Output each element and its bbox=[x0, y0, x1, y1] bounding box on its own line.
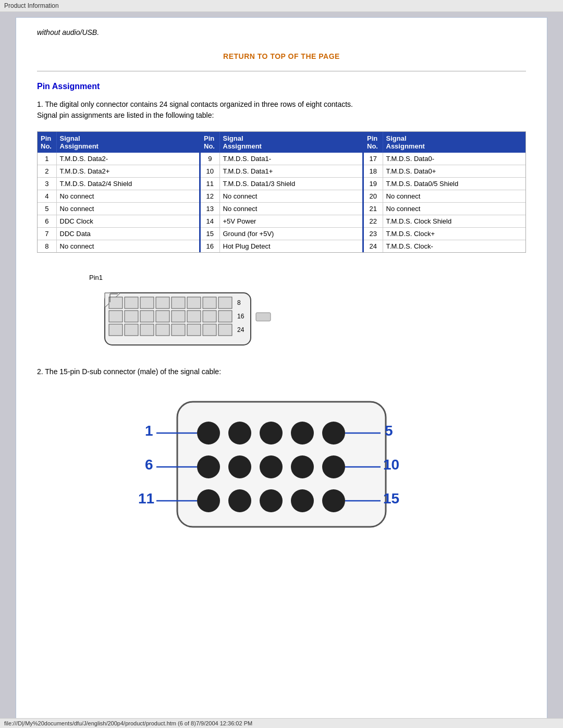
pin-number: 9 bbox=[201, 153, 219, 165]
col1-pin-header: PinNo. bbox=[38, 132, 56, 153]
table-row: 3T.M.D.S. Data2/4 Shield bbox=[38, 178, 199, 190]
svg-point-44 bbox=[228, 489, 251, 512]
svg-rect-9 bbox=[218, 297, 232, 309]
signal-assignment: T.M.D.S. Data1+ bbox=[219, 165, 362, 178]
signal-assignment: T.M.D.S. Data0+ bbox=[383, 165, 525, 178]
svg-point-39 bbox=[228, 455, 251, 478]
svg-rect-14 bbox=[172, 311, 185, 322]
pin-number: 13 bbox=[201, 203, 219, 215]
pin1-label: Pin1 bbox=[89, 274, 526, 281]
signal-assignment: No connect bbox=[56, 203, 199, 215]
svg-text:6: 6 bbox=[145, 456, 153, 473]
svg-text:1: 1 bbox=[145, 423, 153, 439]
intro-text: without audio/USB. bbox=[37, 28, 526, 36]
signal-assignment: No connect bbox=[56, 190, 199, 203]
pin-number: 15 bbox=[201, 228, 219, 240]
pin-table-section-3: PinNo. SignalAssignment 17T.M.D.S. Data0… bbox=[364, 132, 525, 252]
svg-rect-25 bbox=[218, 324, 232, 336]
svg-rect-4 bbox=[140, 297, 154, 309]
pin-table-section-2: PinNo. SignalAssignment 9T.M.D.S. Data1-… bbox=[201, 132, 364, 252]
table-row: 17T.M.D.S. Data0- bbox=[364, 153, 525, 165]
signal-assignment: Ground (for +5V) bbox=[219, 228, 362, 240]
svg-rect-5 bbox=[156, 297, 169, 309]
table-row: 14+5V Power bbox=[201, 215, 362, 228]
svg-text:5: 5 bbox=[385, 423, 393, 439]
table-row: 6DDC Clock bbox=[38, 215, 199, 228]
pin-number: 5 bbox=[38, 203, 56, 215]
svg-text:11: 11 bbox=[138, 490, 154, 507]
table-row: 1T.M.D.S. Data2- bbox=[38, 153, 199, 165]
table-row: 8No connect bbox=[38, 240, 199, 253]
pin-number: 20 bbox=[364, 190, 383, 203]
svg-text:16: 16 bbox=[237, 313, 244, 320]
signal-assignment: No connect bbox=[56, 240, 199, 253]
signal-assignment: T.M.D.S. Data1- bbox=[219, 153, 362, 165]
status-bar: file:///D|/My%20documents/dfu/J/english/… bbox=[0, 718, 563, 728]
table-row: 10T.M.D.S. Data1+ bbox=[201, 165, 362, 178]
pin-number: 21 bbox=[364, 203, 383, 215]
signal-assignment: T.M.D.S. Data2- bbox=[56, 153, 199, 165]
svg-text:15: 15 bbox=[383, 490, 399, 507]
svg-rect-18 bbox=[109, 324, 123, 336]
svg-rect-6 bbox=[172, 297, 185, 309]
svg-point-47 bbox=[322, 489, 345, 512]
table-row: 16Hot Plug Detect bbox=[201, 240, 362, 253]
svg-rect-22 bbox=[172, 324, 185, 336]
pin-number: 2 bbox=[38, 165, 56, 178]
svg-point-34 bbox=[228, 422, 251, 445]
pin-number: 3 bbox=[38, 178, 56, 190]
signal-assignment: DDC Clock bbox=[56, 215, 199, 228]
svg-rect-20 bbox=[140, 324, 154, 336]
table-row: 15Ground (for +5V) bbox=[201, 228, 362, 240]
table-row: 12No connect bbox=[201, 190, 362, 203]
signal-assignment: T.M.D.S. Clock- bbox=[383, 240, 525, 253]
table-row: 4No connect bbox=[38, 190, 199, 203]
dsub-section: 2. The 15-pin D-sub connector (male) of … bbox=[37, 367, 526, 542]
svg-rect-16 bbox=[203, 311, 216, 322]
pin-number: 12 bbox=[201, 190, 219, 203]
col2-signal-header: SignalAssignment bbox=[219, 132, 362, 153]
pin-assignment-table: PinNo. SignalAssignment 1T.M.D.S. Data2-… bbox=[37, 131, 526, 253]
dvi-connector-diagram: Pin1 bbox=[79, 274, 526, 352]
svg-point-33 bbox=[197, 422, 220, 445]
pin-number: 16 bbox=[201, 240, 219, 253]
table-row: 22T.M.D.S. Clock Shield bbox=[364, 215, 525, 228]
table-row: 24T.M.D.S. Clock- bbox=[364, 240, 525, 253]
table-row: 19T.M.D.S. Data0/5 Shield bbox=[364, 178, 525, 190]
svg-point-37 bbox=[322, 422, 345, 445]
signal-assignment: No connect bbox=[383, 203, 525, 215]
svg-point-45 bbox=[260, 489, 283, 512]
pin-number: 17 bbox=[364, 153, 383, 165]
svg-point-40 bbox=[260, 455, 283, 478]
signal-assignment: T.M.D.S. Data2/4 Shield bbox=[56, 178, 199, 190]
pin-number: 18 bbox=[364, 165, 383, 178]
table-row: 9T.M.D.S. Data1- bbox=[201, 153, 362, 165]
table-row: 5No connect bbox=[38, 203, 199, 215]
svg-rect-7 bbox=[187, 297, 201, 309]
svg-rect-19 bbox=[125, 324, 138, 336]
signal-assignment: T.M.D.S. Data0- bbox=[383, 153, 525, 165]
table-row: 20No connect bbox=[364, 190, 525, 203]
svg-point-35 bbox=[260, 422, 283, 445]
pin-number: 1 bbox=[38, 153, 56, 165]
pin-number: 11 bbox=[201, 178, 219, 190]
return-link-container: RETURN TO TOP OF THE PAGE bbox=[37, 52, 526, 60]
signal-assignment: T.M.D.S. Data2+ bbox=[56, 165, 199, 178]
svg-point-38 bbox=[197, 455, 220, 478]
signal-assignment: T.M.D.S. Clock Shield bbox=[383, 215, 525, 228]
svg-rect-17 bbox=[218, 311, 232, 322]
status-bar-text: file:///D|/My%20documents/dfu/J/english/… bbox=[4, 720, 252, 726]
svg-point-36 bbox=[291, 422, 314, 445]
svg-rect-21 bbox=[156, 324, 169, 336]
section-title: Pin Assignment bbox=[37, 82, 526, 91]
signal-assignment: DDC Data bbox=[56, 228, 199, 240]
return-to-top-link[interactable]: RETURN TO TOP OF THE PAGE bbox=[223, 52, 340, 60]
dsub-description: 2. The 15-pin D-sub connector (male) of … bbox=[37, 367, 526, 376]
svg-point-43 bbox=[197, 489, 220, 512]
svg-point-46 bbox=[291, 489, 314, 512]
signal-assignment: No connect bbox=[383, 190, 525, 203]
svg-rect-10 bbox=[109, 311, 123, 322]
main-content: without audio/USB. RETURN TO TOP OF THE … bbox=[16, 17, 547, 721]
signal-assignment: +5V Power bbox=[219, 215, 362, 228]
table-row: 21No connect bbox=[364, 203, 525, 215]
